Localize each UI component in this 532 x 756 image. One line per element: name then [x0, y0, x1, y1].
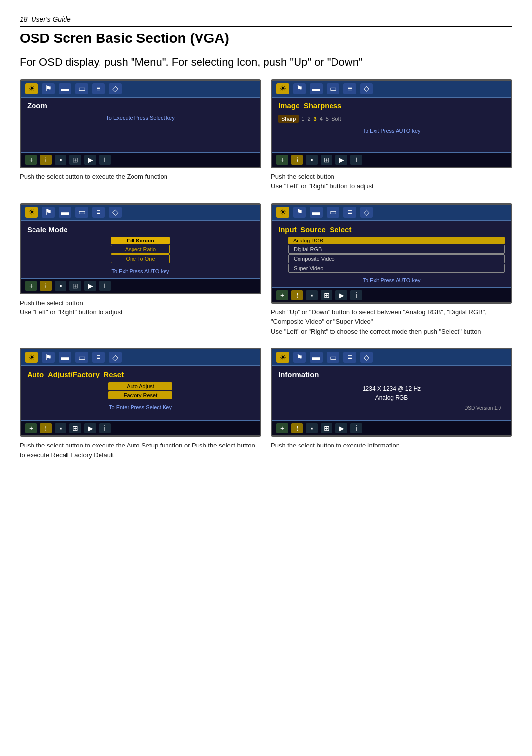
- bottom-info-icon: i: [99, 155, 111, 165]
- page-title: OSD Scren Basic Section (VGA): [20, 31, 512, 46]
- sh-toolbar-bars-icon: ≡: [343, 83, 356, 94]
- toolbar-rect-icon: ▭: [75, 83, 88, 94]
- sr-bot-plus: +: [276, 290, 288, 300]
- toolbar-key-icon: ◇: [109, 83, 122, 94]
- info-label: Information: [278, 370, 505, 378]
- scale-instruction: To Exit Press AUTO key: [27, 268, 254, 274]
- sharpness-toolbar: ☀ ⚑ ▬ ▭ ≡ ◇: [272, 81, 511, 98]
- aa-toolbar-key-icon: ◇: [109, 352, 122, 363]
- scale-item-aspect: Aspect Ratio: [111, 245, 170, 254]
- sc-toolbar-square-icon: ▬: [59, 207, 71, 218]
- scale-toolbar: ☀ ⚑ ▬ ▭ ≡ ◇: [21, 205, 260, 221]
- factory-reset-btn: Factory Reset: [108, 391, 172, 399]
- sc-bot-pip: ⊞: [69, 281, 81, 291]
- soft-label: Soft: [332, 116, 341, 122]
- zoom-toolbar: ☀ ⚑ ▬ ▭ ≡ ◇: [21, 81, 260, 98]
- source-super-video: Super Video: [288, 264, 505, 273]
- zoom-screen: ☀ ⚑ ▬ ▭ ≡ ◇ Zoom To Execute Press Select…: [20, 79, 261, 168]
- sharpness-caption: Push the select button Use "Left" or "Ri…: [271, 172, 512, 191]
- sharpness-screen: ☀ ⚑ ▬ ▭ ≡ ◇ Image Sharpness Sharp 1 2 3 …: [271, 79, 512, 168]
- sh-toolbar-sun-icon: ☀: [276, 83, 289, 94]
- auto-adjust-panel: ☀ ⚑ ▬ ▭ ≡ ◇ Auto Adjust/Factory Reset Au…: [20, 348, 261, 460]
- sc-toolbar-bars-icon: ≡: [92, 207, 105, 218]
- sc-bot-plus: +: [25, 281, 37, 291]
- sharpness-bottom: + ⁞ ▪ ⊞ ▶ i: [272, 152, 511, 167]
- source-instruction: To Exit Press AUTO key: [278, 277, 505, 283]
- scale-bottom: + ⁞ ▪ ⊞ ▶ i: [21, 278, 260, 293]
- info-bottom: + ⁞ ▪ ⊞ ▶ i: [272, 420, 511, 435]
- aa-bot-sq: ▪: [55, 423, 66, 433]
- sh-num-2: 2: [307, 116, 310, 122]
- source-screen: ☀ ⚑ ▬ ▭ ≡ ◇ Input Source Select Analog R…: [271, 203, 512, 304]
- info-data: 1234 X 1234 @ 12 Hz Analog RGB: [278, 381, 505, 405]
- aa-toolbar-flag-icon: ⚑: [42, 352, 55, 363]
- sharpness-instruction: To Exit Press AUTO key: [278, 128, 505, 134]
- source-body: Input Source Select Analog RGB Digital R…: [272, 221, 511, 287]
- toolbar-flag-icon: ⚑: [42, 83, 55, 94]
- sh-toolbar-square-icon: ▬: [310, 83, 323, 94]
- info-caption: Push the select button to execute Inform…: [271, 441, 512, 450]
- scale-mode-panel: ☀ ⚑ ▬ ▭ ≡ ◇ Scale Mode Fill Screen Aspec…: [20, 203, 261, 337]
- zoom-panel: ☀ ⚑ ▬ ▭ ≡ ◇ Zoom To Execute Press Select…: [20, 79, 261, 191]
- info-source: Analog RGB: [278, 394, 505, 401]
- sh-num-5: 5: [326, 116, 329, 122]
- source-composite: Composite Video: [288, 254, 505, 263]
- source-menu: Analog RGB Digital RGB Composite Video S…: [288, 237, 505, 273]
- sc-bot-info: i: [99, 281, 111, 291]
- info-body: Information 1234 X 1234 @ 12 Hz Analog R…: [272, 366, 511, 420]
- row-1: ☀ ⚑ ▬ ▭ ≡ ◇ Zoom To Execute Press Select…: [20, 79, 512, 191]
- aa-toolbar-square-icon: ▬: [59, 352, 71, 363]
- page-header: 18 User's Guide: [20, 15, 512, 27]
- sc-toolbar-key-icon: ◇: [109, 207, 122, 218]
- sh-toolbar-flag-icon: ⚑: [293, 83, 306, 94]
- sh-bot-dots: ⁞: [291, 155, 303, 165]
- sh-num-1: 1: [301, 116, 304, 122]
- sharpness-bar: Sharp 1 2 3 4 5 Soft: [278, 115, 505, 123]
- osd-version: OSD Version 1.0: [278, 405, 505, 411]
- sh-num-3: 3: [314, 116, 317, 122]
- sh-bot-pip: ⊞: [321, 155, 332, 165]
- aa-bot-plus: +: [25, 423, 37, 433]
- source-toolbar: ☀ ⚑ ▬ ▭ ≡ ◇: [272, 205, 511, 221]
- info-toolbar: ☀ ⚑ ▬ ▭ ≡ ◇: [272, 349, 511, 366]
- auto-bottom: + ⁞ ▪ ⊞ ▶ i: [21, 420, 260, 435]
- bottom-dots-icon: ⁞: [40, 155, 52, 165]
- in-bot-dots: ⁞: [291, 423, 303, 433]
- sc-bot-dots: ⁞: [40, 281, 52, 291]
- sr-bot-arr: ▶: [335, 290, 347, 300]
- sr-toolbar-flag-icon: ⚑: [293, 207, 306, 218]
- auto-instruction: To Enter Press Select Key: [27, 404, 254, 410]
- auto-screen: ☀ ⚑ ▬ ▭ ≡ ◇ Auto Adjust/Factory Reset Au…: [20, 348, 261, 437]
- sr-bot-info: i: [350, 290, 362, 300]
- aa-toolbar-rect-icon: ▭: [75, 352, 88, 363]
- zoom-body: Zoom To Execute Press Select key: [21, 98, 260, 152]
- in-bot-arr: ▶: [335, 423, 347, 433]
- scale-item-fill: Fill Screen: [111, 237, 170, 244]
- sr-toolbar-square-icon: ▬: [310, 207, 323, 218]
- aa-toolbar-bars-icon: ≡: [92, 352, 105, 363]
- in-toolbar-flag-icon: ⚑: [293, 352, 306, 363]
- info-screen: ☀ ⚑ ▬ ▭ ≡ ◇ Information 1234 X 1234 @ 12…: [271, 348, 512, 437]
- sc-toolbar-flag-icon: ⚑: [42, 207, 55, 218]
- information-panel: ☀ ⚑ ▬ ▭ ≡ ◇ Information 1234 X 1234 @ 12…: [271, 348, 512, 460]
- in-bot-pip: ⊞: [321, 423, 332, 433]
- toolbar-sun-icon: ☀: [25, 83, 38, 94]
- sh-bot-sq: ▪: [306, 155, 318, 165]
- zoom-instruction: To Execute Press Select key: [27, 115, 254, 121]
- sc-toolbar-sun-icon: ☀: [25, 207, 38, 218]
- auto-toolbar: ☀ ⚑ ▬ ▭ ≡ ◇: [21, 349, 260, 366]
- sr-bot-dots: ⁞: [291, 290, 303, 300]
- in-bot-info: i: [350, 423, 362, 433]
- sharpness-panel: ☀ ⚑ ▬ ▭ ≡ ◇ Image Sharpness Sharp 1 2 3 …: [271, 79, 512, 191]
- aa-toolbar-sun-icon: ☀: [25, 352, 38, 363]
- bottom-pip-icon: ⊞: [69, 155, 81, 165]
- sc-toolbar-rect-icon: ▭: [75, 207, 88, 218]
- in-toolbar-square-icon: ▬: [310, 352, 323, 363]
- sh-bot-plus: +: [276, 155, 288, 165]
- source-analog-rgb: Analog RGB: [288, 237, 505, 244]
- in-toolbar-rect-icon: ▭: [327, 352, 339, 363]
- sh-toolbar-key-icon: ◇: [360, 83, 373, 94]
- sh-bot-info: i: [350, 155, 362, 165]
- aa-bot-pip: ⊞: [69, 423, 81, 433]
- zoom-bottom: + ⁞ ▪ ⊞ ▶ i: [21, 152, 260, 167]
